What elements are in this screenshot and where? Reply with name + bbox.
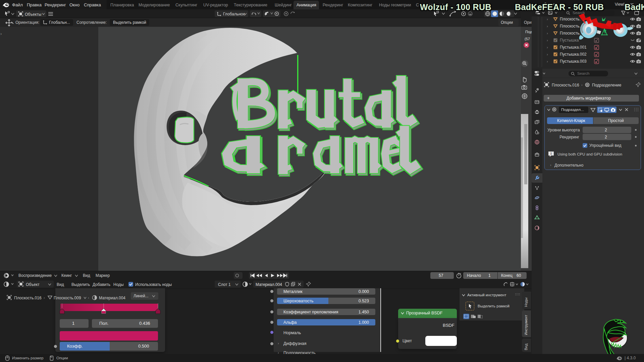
svg-text:i: i: [551, 152, 552, 156]
